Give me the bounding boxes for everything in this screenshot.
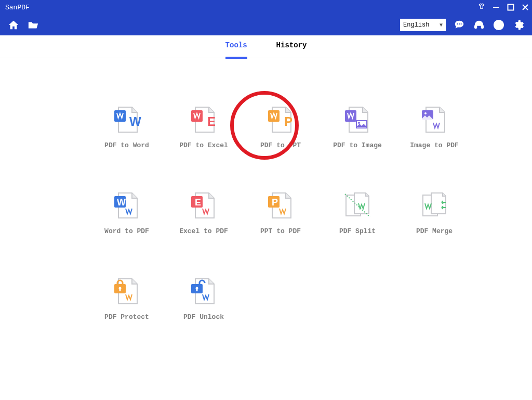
theme-icon[interactable] bbox=[478, 3, 485, 12]
svg-rect-31 bbox=[196, 289, 198, 291]
close-button[interactable] bbox=[522, 4, 529, 11]
tools-panel: W PDF to Word E PDF to Excel bbox=[0, 58, 532, 321]
home-icon[interactable] bbox=[7, 19, 20, 31]
titlebar: SanPDF bbox=[0, 0, 532, 15]
tool-label: PDF Protect bbox=[104, 313, 149, 321]
tool-label: Excel to PDF bbox=[179, 227, 228, 235]
svg-rect-1 bbox=[508, 5, 514, 10]
tab-tools[interactable]: Tools bbox=[225, 41, 247, 53]
excel-to-pdf-icon: E bbox=[189, 191, 218, 220]
svg-rect-6 bbox=[482, 25, 484, 28]
svg-text:W: W bbox=[117, 197, 126, 208]
tool-label: PPT to PDF bbox=[260, 227, 301, 235]
toolbar: English ▼ bbox=[0, 15, 532, 35]
svg-text:E: E bbox=[207, 114, 216, 128]
pdf-to-ppt-icon: P bbox=[266, 105, 295, 134]
image-to-pdf-icon bbox=[420, 105, 449, 134]
tool-image-to-pdf[interactable]: Image to PDF bbox=[396, 105, 473, 149]
svg-rect-5 bbox=[475, 25, 477, 28]
tool-ppt-to-pdf[interactable]: P PPT to PDF bbox=[242, 191, 319, 235]
svg-point-2 bbox=[457, 23, 458, 24]
language-select[interactable]: English ▼ bbox=[400, 19, 446, 31]
pdf-unlock-icon bbox=[189, 277, 218, 306]
svg-text:P: P bbox=[284, 114, 292, 128]
svg-text:P: P bbox=[272, 197, 278, 208]
pdf-to-image-icon bbox=[343, 105, 372, 134]
tool-pdf-to-excel[interactable]: E PDF to Excel bbox=[165, 105, 242, 149]
tool-label: Word to PDF bbox=[104, 227, 149, 235]
pdf-merge-icon bbox=[420, 191, 449, 220]
tool-excel-to-pdf[interactable]: E Excel to PDF bbox=[165, 191, 242, 235]
tool-label: PDF Split bbox=[339, 227, 376, 235]
svg-text:E: E bbox=[195, 197, 201, 208]
tool-label: PDF to Excel bbox=[179, 141, 228, 149]
chat-icon[interactable] bbox=[453, 19, 466, 31]
tool-label: PDF Merge bbox=[416, 227, 453, 235]
pdf-protect-icon bbox=[112, 277, 141, 306]
tool-label: Image to PDF bbox=[410, 141, 459, 149]
tab-history[interactable]: History bbox=[276, 41, 307, 53]
svg-rect-28 bbox=[119, 289, 121, 291]
settings-icon[interactable] bbox=[512, 19, 525, 31]
account-icon[interactable] bbox=[493, 19, 505, 31]
maximize-button[interactable] bbox=[507, 4, 514, 11]
svg-point-19 bbox=[424, 112, 427, 114]
svg-point-4 bbox=[461, 23, 462, 24]
open-folder-icon[interactable] bbox=[27, 19, 39, 31]
tool-label: PDF Unlock bbox=[183, 313, 224, 321]
pdf-to-word-icon: W bbox=[112, 105, 141, 134]
svg-point-8 bbox=[497, 22, 500, 25]
pdf-to-excel-icon: E bbox=[189, 105, 218, 134]
tool-word-to-pdf[interactable]: W Word to PDF bbox=[88, 191, 165, 235]
tabstrip: Tools History bbox=[0, 35, 532, 58]
chevron-down-icon: ▼ bbox=[440, 22, 443, 28]
svg-text:W: W bbox=[129, 114, 141, 128]
app-title: SanPDF bbox=[3, 4, 30, 11]
tool-pdf-to-word[interactable]: W PDF to Word bbox=[88, 105, 165, 149]
tool-label: PDF to Word bbox=[104, 141, 149, 149]
svg-rect-0 bbox=[493, 7, 499, 8]
tool-pdf-split[interactable]: PDF Split bbox=[319, 191, 396, 235]
tool-pdf-protect[interactable]: PDF Protect bbox=[88, 277, 165, 321]
tool-pdf-to-image[interactable]: PDF to Image bbox=[319, 105, 396, 149]
minimize-button[interactable] bbox=[493, 4, 500, 11]
word-to-pdf-icon: W bbox=[112, 191, 141, 220]
tool-pdf-unlock[interactable]: PDF Unlock bbox=[165, 277, 242, 321]
tool-label: PDF to PPT bbox=[260, 141, 301, 149]
svg-point-17 bbox=[358, 122, 360, 124]
tool-label: PDF to Image bbox=[333, 141, 382, 149]
language-selected-label: English bbox=[403, 21, 429, 29]
support-icon[interactable] bbox=[473, 19, 485, 31]
ppt-to-pdf-icon: P bbox=[266, 191, 295, 220]
svg-point-3 bbox=[459, 23, 460, 24]
pdf-split-icon bbox=[343, 191, 372, 220]
tool-pdf-merge[interactable]: PDF Merge bbox=[396, 191, 473, 235]
tool-pdf-to-ppt[interactable]: P PDF to PPT bbox=[242, 105, 319, 149]
